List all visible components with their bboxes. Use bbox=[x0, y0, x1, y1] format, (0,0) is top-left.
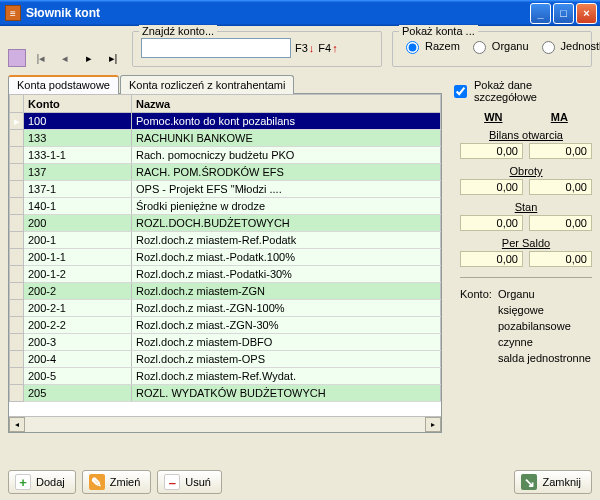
col-wn: WN bbox=[484, 111, 502, 123]
table-row[interactable]: 200-2-2Rozl.doch.z miast.-ZGN-30% bbox=[10, 317, 441, 334]
cell-nazwa: RACH. POM.ŚRODKÓW EFS bbox=[132, 164, 441, 181]
cell-konto: 200-4 bbox=[24, 351, 132, 368]
accounts-grid: Konto Nazwa ▸100Pomoc.konto do kont poza… bbox=[8, 93, 442, 433]
add-button[interactable]: +Dodaj bbox=[8, 470, 76, 494]
row-indicator bbox=[10, 300, 24, 317]
cell-konto: 133 bbox=[24, 130, 132, 147]
row-indicator bbox=[10, 266, 24, 283]
table-row[interactable]: 200-2Rozl.doch.z miastem-ZGN bbox=[10, 283, 441, 300]
cell-konto: 200-1-2 bbox=[24, 266, 132, 283]
cell-konto: 200-1 bbox=[24, 232, 132, 249]
cell-konto: 137-1 bbox=[24, 181, 132, 198]
cell-konto: 200-2-2 bbox=[24, 317, 132, 334]
cell-konto: 200-3 bbox=[24, 334, 132, 351]
edit-button[interactable]: ✎Zmień bbox=[82, 470, 152, 494]
cell-nazwa: Rozl.doch.z miastem-OPS bbox=[132, 351, 441, 368]
tab-contractor-accounts[interactable]: Konta rozliczeń z kontrahentami bbox=[120, 75, 295, 94]
nav-last-button[interactable]: ▸| bbox=[104, 49, 122, 67]
cell-konto: 200-1-1 bbox=[24, 249, 132, 266]
scroll-left-button[interactable]: ◂ bbox=[9, 417, 25, 432]
cell-konto: 200-2-1 bbox=[24, 300, 132, 317]
show-accounts-legend: Pokaż konta ... bbox=[399, 25, 478, 37]
arrow-down-icon: ↓ bbox=[309, 42, 315, 54]
scroll-right-button[interactable]: ▸ bbox=[425, 417, 441, 432]
table-row[interactable]: ▸100Pomoc.konto do kont pozabilans bbox=[10, 113, 441, 130]
cell-nazwa: RACHUNKI BANKOWE bbox=[132, 130, 441, 147]
tab-basic-accounts[interactable]: Konta podstawowe bbox=[8, 75, 119, 94]
cell-konto: 200-2 bbox=[24, 283, 132, 300]
tab-strip: Konta podstawowe Konta rozliczeń z kontr… bbox=[8, 75, 442, 94]
section-bilans: Bilans otwarcia 0,000,00 bbox=[460, 129, 592, 159]
table-row[interactable]: 137-1OPS - Projekt EFS "Młodzi .... bbox=[10, 181, 441, 198]
search-legend: Znajdź konto... bbox=[139, 25, 217, 37]
toolbar: |◂ ◂ ▸ ▸| Znajdź konto... F3↓ F4↑ Pokaż … bbox=[0, 26, 600, 75]
close-button[interactable]: ↘Zamknij bbox=[514, 470, 592, 494]
edit-icon: ✎ bbox=[89, 474, 105, 490]
show-accounts-group: Pokaż konta ... Razem Organu Jednostki bbox=[392, 31, 592, 67]
row-indicator bbox=[10, 368, 24, 385]
table-row[interactable]: 200-1-2Rozl.doch.z miast.-Podatki-30% bbox=[10, 266, 441, 283]
cell-nazwa: Rozl.doch.z miastem-ZGN bbox=[132, 283, 441, 300]
delete-button[interactable]: –Usuń bbox=[157, 470, 222, 494]
section-stan: Stan 0,000,00 bbox=[460, 201, 592, 231]
row-indicator bbox=[10, 351, 24, 368]
table-row[interactable]: 133RACHUNKI BANKOWE bbox=[10, 130, 441, 147]
table-row[interactable]: 200-4Rozl.doch.z miastem-OPS bbox=[10, 351, 441, 368]
table-row[interactable]: 200-1-1Rozl.doch.z miast.-Podatk.100% bbox=[10, 249, 441, 266]
radio-razem[interactable]: Razem bbox=[401, 38, 460, 54]
maximize-button[interactable]: □ bbox=[553, 3, 574, 24]
cell-nazwa: Rozl.doch.z miast.-Podatk.100% bbox=[132, 249, 441, 266]
minimize-button[interactable]: _ bbox=[530, 3, 551, 24]
f4-hint: F4↑ bbox=[318, 42, 337, 54]
cell-konto: 200-5 bbox=[24, 368, 132, 385]
f3-hint: F3↓ bbox=[295, 42, 314, 54]
details-pane: Pokaż dane szczegółowe WN MA Bilans otwa… bbox=[442, 75, 592, 433]
table-row[interactable]: 200-1Rozl.doch.z miastem-Ref.Podatk bbox=[10, 232, 441, 249]
table-row[interactable]: 200ROZL.DOCH.BUDŻETOWYCH bbox=[10, 215, 441, 232]
cell-nazwa: Rozl.doch.z miastem-Ref.Podatk bbox=[132, 232, 441, 249]
cell-nazwa: Rach. pomocniczy budżetu PKO bbox=[132, 147, 441, 164]
window-close-button[interactable]: × bbox=[576, 3, 597, 24]
cell-nazwa: ROZL. WYDATKÓW BUDŻETOWYCH bbox=[132, 385, 441, 402]
nav-next-button[interactable]: ▸ bbox=[80, 49, 98, 67]
cell-konto: 205 bbox=[24, 385, 132, 402]
cell-konto: 100 bbox=[24, 113, 132, 130]
table-row[interactable]: 200-3Rozl.doch.z miastem-DBFO bbox=[10, 334, 441, 351]
cell-nazwa: Rozl.doch.z miast.-ZGN-30% bbox=[132, 317, 441, 334]
section-persaldo: Per Saldo 0,000,00 bbox=[460, 237, 592, 267]
cell-konto: 200 bbox=[24, 215, 132, 232]
radio-organu[interactable]: Organu bbox=[468, 38, 529, 54]
left-pane: Konta podstawowe Konta rozliczeń z kontr… bbox=[8, 75, 442, 433]
row-indicator bbox=[10, 130, 24, 147]
col-header-konto[interactable]: Konto bbox=[24, 95, 132, 113]
table-row[interactable]: 140-1Środki pieniężne w drodze bbox=[10, 198, 441, 215]
row-indicator bbox=[10, 283, 24, 300]
account-info: Konto:Organu księgowe pozabilansowe czyn… bbox=[452, 288, 592, 364]
col-ma: MA bbox=[551, 111, 568, 123]
grid-corner bbox=[10, 95, 24, 113]
nav-prev-button[interactable]: ◂ bbox=[56, 49, 74, 67]
nav-first-button[interactable]: |◂ bbox=[32, 49, 50, 67]
horizontal-scrollbar[interactable]: ◂ ▸ bbox=[9, 416, 441, 432]
app-icon: ≡ bbox=[5, 5, 21, 21]
search-input[interactable] bbox=[141, 38, 291, 58]
show-details-label: Pokaż dane szczegółowe bbox=[474, 79, 592, 103]
row-indicator bbox=[10, 334, 24, 351]
table-row[interactable]: 137RACH. POM.ŚRODKÓW EFS bbox=[10, 164, 441, 181]
row-indicator bbox=[10, 232, 24, 249]
search-group: Znajdź konto... F3↓ F4↑ bbox=[132, 31, 382, 67]
scroll-track[interactable] bbox=[25, 417, 425, 432]
row-indicator: ▸ bbox=[10, 113, 24, 130]
radio-jednostki[interactable]: Jednostki bbox=[537, 38, 600, 54]
table-row[interactable]: 205ROZL. WYDATKÓW BUDŻETOWYCH bbox=[10, 385, 441, 402]
cell-nazwa: Rozl.doch.z miastem-Ref.Wydat. bbox=[132, 368, 441, 385]
table-row[interactable]: 200-5Rozl.doch.z miastem-Ref.Wydat. bbox=[10, 368, 441, 385]
table-row[interactable]: 133-1-1Rach. pomocniczy budżetu PKO bbox=[10, 147, 441, 164]
title-bar: ≡ Słownik kont _ □ × bbox=[0, 0, 600, 26]
cell-nazwa: Środki pieniężne w drodze bbox=[132, 198, 441, 215]
show-details-checkbox[interactable] bbox=[454, 85, 467, 98]
table-row[interactable]: 200-2-1Rozl.doch.z miast.-ZGN-100% bbox=[10, 300, 441, 317]
save-button[interactable] bbox=[8, 49, 26, 67]
divider bbox=[460, 277, 592, 278]
col-header-nazwa[interactable]: Nazwa bbox=[132, 95, 441, 113]
